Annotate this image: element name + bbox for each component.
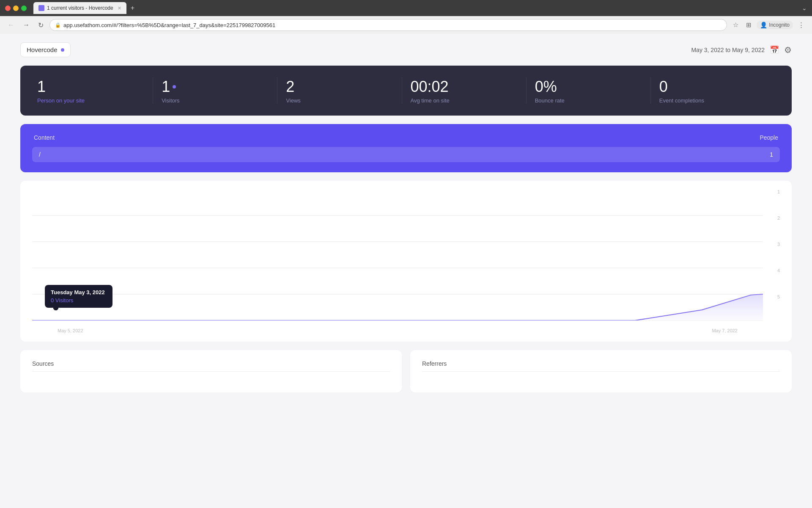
stat-item-events: 0 Event completions [651, 77, 775, 104]
live-dot [173, 85, 176, 88]
minimize-button[interactable] [13, 6, 19, 11]
tab-search-button[interactable]: ⊞ [743, 19, 754, 30]
chart-x-label-1: May 5, 2022 [58, 328, 83, 333]
tab-favicon [38, 5, 44, 11]
header-right: May 3, 2022 to May 9, 2022 📅 ⚙ [691, 45, 792, 55]
stat-value-views: 2 [286, 77, 294, 96]
chart-area: 5 4 3 2 1 May 5, 2022 May 7, 2022 Tuesda… [32, 189, 780, 333]
address-bar[interactable]: 🔒 app.usefathom.com/#/?filters=%5B%5D&ra… [49, 19, 727, 31]
chart-y-label-2: 4 [767, 268, 780, 273]
stat-label-persons: Person on your site [37, 97, 85, 104]
stat-label-views: Views [286, 97, 300, 104]
site-dot [61, 48, 64, 52]
chart-tooltip: Tuesday May 3, 2022 0 Visitors [45, 285, 112, 308]
stat-item-views: 2 Views [277, 77, 402, 104]
stat-item-visitors: 1 Visitors [153, 77, 277, 104]
content-path: / [39, 151, 41, 158]
content-table-header: Content People [32, 134, 780, 141]
stat-value-visitors: 1 [162, 77, 176, 96]
window-controls [5, 6, 27, 11]
bottom-sections: Sources Referrers [20, 350, 792, 392]
stat-label-events: Event completions [659, 97, 704, 104]
maximize-button[interactable] [21, 6, 27, 11]
address-text: app.usefathom.com/#/?filters=%5B%5D&rang… [63, 22, 721, 28]
expand-button[interactable]: ⌄ [802, 5, 807, 11]
tab-close-button[interactable]: ✕ [118, 6, 121, 11]
settings-button[interactable]: ⚙ [784, 45, 792, 55]
incognito-badge[interactable]: 👤 Incognito [757, 21, 793, 29]
content-header-content: Content [34, 134, 55, 141]
tooltip-title: Tuesday May 3, 2022 [51, 289, 107, 295]
stat-value-persons: 1 [37, 77, 46, 96]
bottom-section-right: Referrers [410, 350, 792, 392]
new-tab-button[interactable]: + [128, 4, 137, 12]
bookmark-button[interactable]: ☆ [730, 19, 741, 30]
tooltip-arrow [53, 308, 58, 310]
stat-item-persons: 1 Person on your site [37, 77, 153, 104]
forward-button[interactable]: → [20, 20, 32, 30]
chart-section: 5 4 3 2 1 May 5, 2022 May 7, 2022 Tuesda… [20, 181, 792, 342]
browser-chrome: 1 current visitors - Hovercode ✕ + ⌄ ← →… [0, 0, 812, 34]
stat-label-bounce: Bounce rate [535, 97, 565, 104]
chart-svg [32, 189, 763, 320]
chart-x-labels: May 5, 2022 May 7, 2022 [32, 328, 763, 333]
title-bar: 1 current visitors - Hovercode ✕ + ⌄ [0, 0, 812, 16]
stat-label-avgtime: Avg time on site [411, 97, 450, 104]
stat-value-avgtime: 00:02 [411, 77, 449, 96]
bottom-section-right-title: Referrers [422, 360, 780, 372]
chart-y-label-1: 5 [767, 294, 780, 299]
page-header: Hovercode May 3, 2022 to May 9, 2022 📅 ⚙ [0, 34, 812, 66]
incognito-icon: 👤 [760, 22, 767, 28]
site-selector[interactable]: Hovercode [20, 42, 71, 57]
menu-button[interactable]: ⋮ [796, 19, 807, 30]
reload-button[interactable]: ↻ [36, 20, 46, 30]
tooltip-value: 0 Visitors [51, 297, 107, 304]
page-content: Hovercode May 3, 2022 to May 9, 2022 📅 ⚙… [0, 34, 812, 508]
bottom-section-left: Sources [20, 350, 402, 392]
stat-item-bounce: 0% Bounce rate [527, 77, 651, 104]
browser-toolbar: ← → ↻ 🔒 app.usefathom.com/#/?filters=%5B… [0, 16, 812, 34]
content-table-row[interactable]: / 1 [32, 147, 780, 162]
chart-y-label-3: 3 [767, 242, 780, 247]
date-range: May 3, 2022 to May 9, 2022 [691, 47, 765, 53]
chart-y-label-5: 1 [767, 189, 780, 194]
active-tab[interactable]: 1 current visitors - Hovercode ✕ [33, 2, 126, 14]
back-button[interactable]: ← [5, 20, 17, 30]
stat-value-bounce: 0% [535, 77, 557, 96]
chart-y-labels: 5 4 3 2 1 [767, 189, 780, 320]
chart-x-label-2: May 7, 2022 [712, 328, 738, 333]
content-count: 1 [770, 151, 773, 158]
chart-line [32, 294, 763, 320]
incognito-label: Incognito [769, 22, 790, 28]
stat-value-events: 0 [659, 77, 668, 96]
bottom-section-left-title: Sources [32, 360, 390, 372]
stat-label-visitors: Visitors [162, 97, 179, 104]
stats-bar: 1 Person on your site 1 Visitors 2 Views… [20, 66, 792, 116]
content-header-people: People [760, 134, 778, 141]
stat-item-avgtime: 00:02 Avg time on site [402, 77, 527, 104]
calendar-button[interactable]: 📅 [770, 45, 779, 55]
lock-icon: 🔒 [55, 22, 61, 28]
content-section: Content People / 1 [20, 124, 792, 172]
close-button[interactable] [5, 6, 11, 11]
site-name: Hovercode [27, 46, 58, 53]
chart-svg-container [32, 189, 763, 320]
tab-label: 1 current visitors - Hovercode [47, 5, 113, 11]
browser-tabs: 1 current visitors - Hovercode ✕ + [33, 2, 137, 14]
chart-area-fill [32, 294, 763, 320]
toolbar-right: ☆ ⊞ 👤 Incognito ⋮ [730, 19, 807, 30]
chart-y-label-4: 2 [767, 215, 780, 221]
